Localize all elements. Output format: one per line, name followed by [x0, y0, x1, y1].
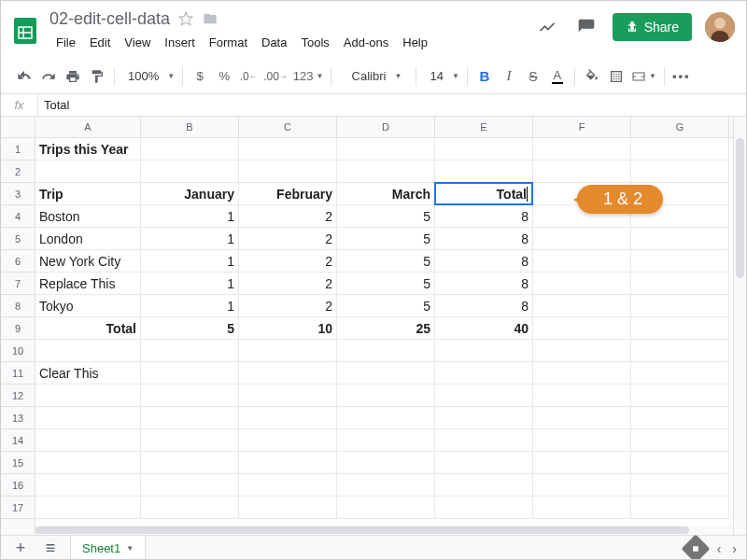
row-header[interactable]: 4: [1, 205, 35, 228]
sheet-tab-active[interactable]: Sheet1 ▼: [70, 535, 146, 560]
cell[interactable]: February: [239, 183, 337, 205]
cell[interactable]: [631, 362, 729, 385]
cell[interactable]: [631, 340, 729, 362]
cell[interactable]: Trip: [35, 183, 141, 205]
decimal-increase-icon[interactable]: .00→: [261, 64, 290, 89]
formula-input[interactable]: Total: [38, 98, 69, 112]
cell[interactable]: 5: [337, 205, 435, 228]
cell[interactable]: [533, 385, 631, 407]
cell[interactable]: 8: [435, 295, 533, 317]
menu-insert[interactable]: Insert: [158, 32, 202, 53]
cell[interactable]: [631, 295, 729, 317]
cell[interactable]: [337, 429, 435, 452]
cell[interactable]: 2: [239, 205, 337, 228]
row-header[interactable]: 5: [1, 228, 35, 250]
redo-icon[interactable]: [36, 64, 61, 89]
cell[interactable]: [533, 138, 631, 161]
cell[interactable]: [435, 340, 533, 362]
col-header-g[interactable]: G: [631, 117, 729, 137]
cell[interactable]: 1: [141, 250, 239, 273]
cell[interactable]: [141, 161, 239, 183]
cell[interactable]: [141, 407, 239, 429]
cell[interactable]: [35, 497, 141, 519]
comments-icon[interactable]: [573, 14, 599, 40]
menu-data[interactable]: Data: [255, 32, 293, 53]
cell[interactable]: 8: [435, 273, 533, 295]
row-header[interactable]: 14: [1, 429, 35, 452]
fill-color-button[interactable]: [580, 64, 604, 89]
cell[interactable]: 40: [435, 317, 533, 340]
cell[interactable]: [533, 295, 631, 317]
row-header[interactable]: 6: [1, 250, 35, 273]
cell[interactable]: [239, 385, 337, 407]
row-header[interactable]: 8: [1, 295, 35, 317]
cell[interactable]: [631, 317, 729, 340]
number-format-dropdown[interactable]: 123▼: [290, 64, 327, 89]
cell[interactable]: [141, 138, 239, 161]
text-color-button[interactable]: A: [545, 64, 570, 89]
menu-format[interactable]: Format: [203, 32, 254, 53]
cell[interactable]: [35, 385, 141, 407]
row-header[interactable]: 3: [1, 183, 35, 205]
cell[interactable]: [337, 497, 435, 519]
merge-cells-button[interactable]: ▼: [628, 64, 659, 89]
currency-icon[interactable]: $: [188, 64, 212, 89]
decimal-decrease-icon[interactable]: .0←: [236, 64, 261, 89]
select-all-corner[interactable]: [1, 117, 35, 137]
more-toolbar-icon[interactable]: •••: [669, 64, 694, 89]
cell[interactable]: [141, 452, 239, 474]
paint-format-icon[interactable]: [85, 64, 109, 89]
cell[interactable]: [533, 161, 631, 183]
cell[interactable]: [533, 452, 631, 474]
cell[interactable]: Tokyo: [35, 295, 141, 317]
cell[interactable]: [337, 362, 435, 385]
cell[interactable]: [239, 497, 337, 519]
cell[interactable]: 2: [239, 250, 337, 273]
undo-icon[interactable]: [12, 64, 36, 89]
cell[interactable]: [533, 407, 631, 429]
cells-container[interactable]: Trips this Year Trip January February Ma…: [35, 138, 746, 535]
cell[interactable]: [435, 474, 533, 497]
star-icon[interactable]: [177, 10, 194, 27]
cell[interactable]: [239, 407, 337, 429]
row-header[interactable]: 9: [1, 317, 35, 340]
cell[interactable]: 1: [141, 295, 239, 317]
cell[interactable]: [141, 340, 239, 362]
cell[interactable]: [141, 362, 239, 385]
cell[interactable]: 8: [435, 250, 533, 273]
percent-icon[interactable]: %: [212, 64, 236, 89]
cell[interactable]: [239, 161, 337, 183]
row-header[interactable]: 7: [1, 273, 35, 295]
cell[interactable]: [631, 250, 729, 273]
cell[interactable]: Replace This: [35, 273, 141, 295]
col-header-e[interactable]: E: [435, 117, 533, 137]
cell[interactable]: [435, 429, 533, 452]
cell[interactable]: 1: [141, 273, 239, 295]
cell[interactable]: [239, 429, 337, 452]
cell[interactable]: [533, 497, 631, 519]
col-header-c[interactable]: C: [239, 117, 337, 137]
cell[interactable]: 1: [141, 228, 239, 250]
print-icon[interactable]: [61, 64, 85, 89]
cell[interactable]: [35, 429, 141, 452]
zoom-dropdown[interactable]: 100%▼: [120, 64, 177, 89]
cell[interactable]: [239, 452, 337, 474]
menu-tools[interactable]: Tools: [294, 32, 335, 53]
cell[interactable]: London: [35, 228, 141, 250]
cell[interactable]: [631, 138, 729, 161]
row-header[interactable]: 15: [1, 452, 35, 474]
cell[interactable]: 2: [239, 273, 337, 295]
add-sheet-button[interactable]: +: [10, 539, 31, 558]
cell[interactable]: Total: [35, 317, 141, 340]
col-header-b[interactable]: B: [141, 117, 239, 137]
cell[interactable]: 2: [239, 295, 337, 317]
row-header[interactable]: 1: [1, 138, 35, 161]
cell[interactable]: [337, 340, 435, 362]
cell[interactable]: 8: [435, 205, 533, 228]
row-header[interactable]: 2: [1, 161, 35, 183]
cell[interactable]: Trips this Year: [35, 138, 141, 161]
cell[interactable]: [435, 138, 533, 161]
cell[interactable]: 10: [239, 317, 337, 340]
cell[interactable]: 2: [239, 228, 337, 250]
menu-addons[interactable]: Add-ons: [337, 32, 395, 53]
